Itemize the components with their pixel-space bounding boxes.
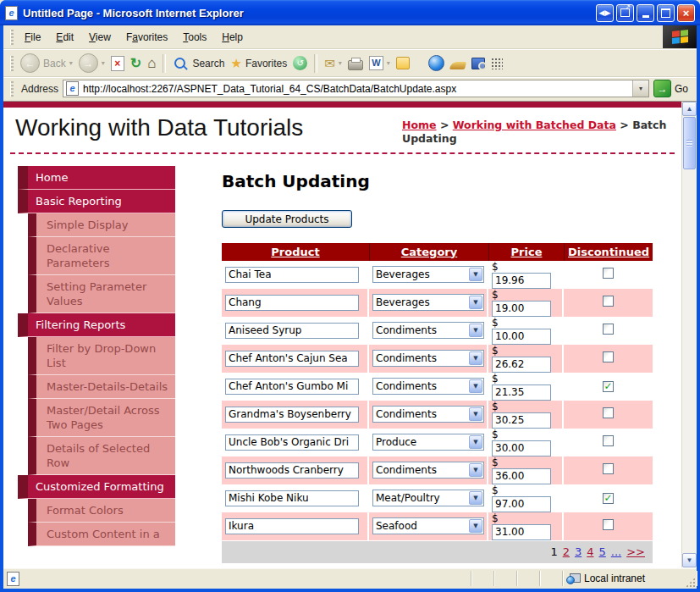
price-input[interactable] — [492, 524, 551, 540]
window-arrows-button[interactable]: ◀▶ — [596, 4, 614, 22]
discontinued-checkbox[interactable]: ✓ — [603, 381, 614, 392]
breadcrumb-working-with-batched-data[interactable]: Working with Batched Data — [453, 119, 616, 131]
product-name-input[interactable] — [225, 267, 359, 283]
refresh-button[interactable]: ↻ — [128, 55, 144, 72]
sidebar-item-master-details-details[interactable]: Master-Details-Details — [28, 375, 175, 399]
product-name-input[interactable] — [225, 434, 359, 451]
back-dropdown-icon[interactable]: ▾ — [69, 59, 73, 67]
sort-link-product[interactable]: Product — [271, 246, 319, 258]
sidebar-item-filtering-reports[interactable]: Filtering Reports — [18, 313, 175, 337]
sort-link-price[interactable]: Price — [511, 246, 543, 258]
category-select[interactable]: Beverages▼ — [372, 294, 484, 311]
discontinued-checkbox[interactable] — [603, 351, 614, 362]
select-dropdown-icon[interactable]: ▼ — [469, 463, 482, 477]
history-button[interactable]: ↺ — [290, 54, 310, 72]
menu-view[interactable]: View — [81, 28, 119, 47]
sidebar-item-customized-formatting[interactable]: Customized Formatting — [18, 475, 175, 499]
menu-tools[interactable]: Tools — [175, 28, 214, 47]
scroll-up-icon[interactable]: ▲ — [682, 102, 697, 116]
sidebar-item-home[interactable]: Home — [18, 166, 175, 190]
address-input[interactable]: e http://localhost:2267/ASPNET_Data_Tuto… — [63, 80, 649, 97]
forward-dropdown-icon[interactable]: ▾ — [102, 59, 105, 67]
select-dropdown-icon[interactable]: ▼ — [469, 379, 482, 393]
select-dropdown-icon[interactable]: ▼ — [469, 324, 482, 337]
price-input[interactable] — [492, 496, 551, 512]
menu-help[interactable]: Help — [214, 28, 251, 47]
category-select[interactable]: Condiments▼ — [372, 406, 484, 423]
pager-page-3[interactable]: 3 — [575, 545, 581, 558]
discontinued-checkbox[interactable] — [603, 519, 614, 530]
price-input[interactable] — [492, 385, 551, 401]
edit-with-word-button[interactable]: W ▾ — [367, 54, 393, 72]
price-input[interactable] — [492, 329, 551, 345]
discontinued-checkbox[interactable] — [603, 407, 614, 418]
category-select[interactable]: Beverages▼ — [372, 266, 484, 283]
product-name-input[interactable] — [225, 323, 359, 339]
price-input[interactable] — [492, 357, 551, 373]
discuss-button[interactable] — [394, 55, 412, 71]
pager-page-5[interactable]: 5 — [599, 545, 606, 558]
sidebar-item-custom-content-in-a[interactable]: Custom Content in a — [28, 523, 175, 546]
menu-file[interactable]: File — [17, 28, 48, 47]
scrollbar-thumb[interactable] — [683, 117, 696, 169]
toolbar-grip[interactable] — [10, 30, 14, 45]
price-input[interactable] — [492, 273, 551, 289]
minimize-button[interactable] — [637, 4, 654, 22]
product-name-input[interactable] — [225, 351, 359, 367]
discontinued-checkbox[interactable] — [603, 324, 614, 335]
back-button[interactable]: ← Back ▾ — [18, 52, 75, 75]
select-dropdown-icon[interactable]: ▼ — [469, 296, 482, 309]
print-button[interactable] — [345, 55, 366, 72]
product-name-input[interactable] — [225, 407, 359, 423]
snagit-button[interactable] — [448, 55, 468, 71]
category-select[interactable]: Seafood▼ — [372, 517, 484, 534]
sidebar-item-filter-by-drop-down-list[interactable]: Filter by Drop-Down List — [28, 337, 175, 375]
discontinued-checkbox[interactable] — [603, 435, 614, 446]
address-url[interactable]: http://localhost:2267/ASPNET_Data_Tutori… — [83, 83, 628, 95]
sidebar-item-details-of-selected-row[interactable]: Details of Selected Row — [28, 437, 175, 475]
product-name-input[interactable] — [225, 518, 359, 534]
price-input[interactable] — [492, 440, 551, 456]
go-button[interactable]: → Go — [653, 80, 692, 97]
product-name-input[interactable] — [225, 295, 359, 311]
close-button[interactable]: × — [677, 4, 695, 22]
category-select[interactable]: Condiments▼ — [372, 378, 484, 395]
product-name-input[interactable] — [225, 462, 359, 479]
addon-grid-button[interactable] — [488, 56, 505, 71]
sidebar-item-setting-parameter-values[interactable]: Setting Parameter Values — [28, 275, 175, 313]
sidebar-item-format-colors[interactable]: Format Colors — [28, 499, 175, 523]
mail-button[interactable]: ✉ ▾ — [322, 55, 344, 71]
stop-button[interactable]: × — [108, 54, 127, 73]
select-dropdown-icon[interactable]: ▼ — [469, 519, 482, 533]
search-button[interactable]: Search — [170, 54, 227, 72]
category-select[interactable]: Condiments▼ — [372, 462, 484, 479]
sort-link-category[interactable]: Category — [401, 246, 457, 258]
toolbar-grip[interactable] — [10, 81, 14, 97]
favorites-button[interactable]: ★ Favorites — [228, 55, 289, 71]
messenger-button[interactable] — [426, 53, 447, 73]
select-dropdown-icon[interactable]: ▼ — [469, 491, 482, 505]
pager-page-2[interactable]: 2 — [563, 545, 570, 558]
home-button[interactable]: ⌂ — [145, 54, 158, 72]
research-button[interactable] — [469, 56, 488, 71]
pager-page-4[interactable]: 4 — [587, 545, 593, 558]
select-dropdown-icon[interactable]: ▼ — [469, 435, 482, 449]
category-select[interactable]: Condiments▼ — [372, 350, 484, 367]
sidebar-item-declarative-parameters[interactable]: Declarative Parameters — [28, 237, 175, 275]
window-popout-button[interactable]: ↗ — [616, 4, 634, 22]
vertical-scrollbar[interactable]: ▲ ▼ — [681, 102, 697, 567]
category-select[interactable]: Meat/Poultry▼ — [372, 490, 484, 506]
select-dropdown-icon[interactable]: ▼ — [469, 268, 482, 281]
sidebar-item-master-detail-across-two-pages[interactable]: Master/Detail Across Two Pages — [28, 399, 175, 437]
discontinued-checkbox[interactable] — [603, 463, 614, 474]
sort-link-discontinued[interactable]: Discontinued — [568, 246, 649, 258]
product-name-input[interactable] — [225, 490, 359, 506]
discontinued-checkbox[interactable] — [603, 268, 614, 279]
breadcrumb-home[interactable]: Home — [402, 119, 437, 131]
forward-button[interactable]: → ▾ — [76, 52, 107, 75]
sidebar-item-simple-display[interactable]: Simple Display — [28, 213, 175, 237]
pager-next-link[interactable]: >> — [626, 545, 645, 558]
pager-page-[interactable]: ... — [611, 545, 621, 558]
price-input[interactable] — [492, 412, 551, 429]
menu-favorites[interactable]: Favorites — [119, 28, 175, 47]
